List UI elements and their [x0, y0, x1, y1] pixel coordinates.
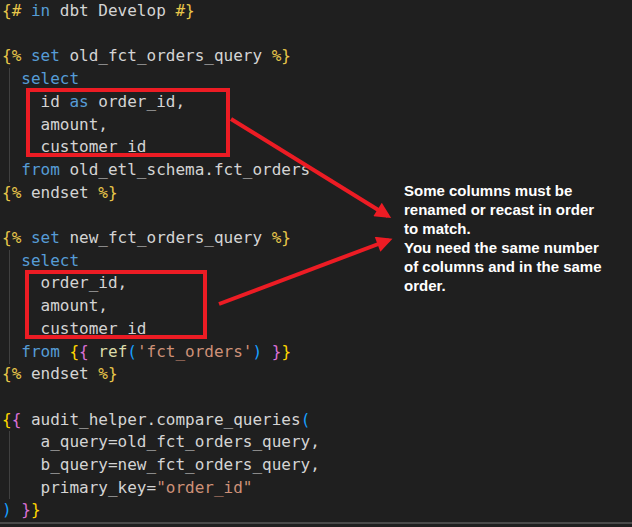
code-editor[interactable]: {# in dbt Develop #} {% set old_fct_orde…: [2, 0, 320, 522]
annotation-line: of columns and in the same: [404, 257, 632, 276]
bottom-divider: [0, 522, 632, 524]
annotation-line: renamed or recast in order: [404, 200, 632, 219]
code-line: {# in dbt Develop #}: [2, 0, 320, 23]
highlight-box-old-columns: [26, 88, 230, 157]
code-line: b_query=new_fct_orders_query,: [2, 454, 320, 477]
code-line: from {{ ref('fct_orders') }}: [2, 341, 320, 364]
code-line: {% set old_fct_orders_query %}: [2, 45, 320, 68]
code-line: ) }}: [2, 499, 320, 522]
code-line: a_query=old_fct_orders_query,: [2, 431, 320, 454]
annotation-line: Some columns must be: [404, 181, 632, 200]
code-line: {% endset %}: [2, 363, 320, 386]
highlight-box-new-columns: [25, 270, 207, 339]
code-line: {{ audit_helper.compare_queries(: [2, 409, 320, 432]
code-line: [2, 204, 320, 227]
code-line: [2, 23, 320, 46]
annotation-note: Some columns must berenamed or recast in…: [404, 181, 632, 295]
annotation-line: to match.: [404, 219, 632, 238]
annotation-line: order.: [404, 276, 632, 295]
code-line: {% endset %}: [2, 182, 320, 205]
code-line: [2, 386, 320, 409]
code-line: primary_key="order_id": [2, 477, 320, 500]
code-editor-screenshot: {# in dbt Develop #} {% set old_fct_orde…: [0, 0, 632, 527]
code-line: from old_etl_schema.fct_orders: [2, 159, 320, 182]
code-line: {% set new_fct_orders_query %}: [2, 227, 320, 250]
annotation-line: You need the same number: [404, 238, 632, 257]
